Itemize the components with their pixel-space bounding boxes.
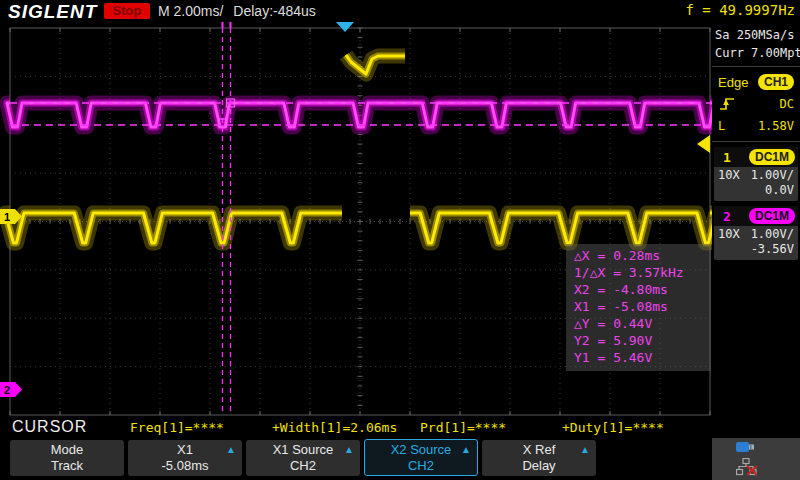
ch1-marker-label: 1 (4, 211, 10, 223)
cursor-readout-box: △X = 0.28ms 1/△X = 3.57kHz X2 = -4.80ms … (566, 244, 711, 371)
trigger-level-value: 1.58V (758, 119, 794, 133)
cursor-inv-dx: 1/△X = 3.57kHz (574, 264, 711, 281)
up-arrow-icon: ▲ (461, 444, 471, 455)
ch1-number: 1 (717, 150, 737, 165)
menu-x1-button[interactable]: X1 -5.08ms ▲ (128, 440, 242, 476)
timebase-readout: M 2.00ms/Delay:-484us (158, 3, 326, 19)
info-sidebar: Sa 250MSa/s Curr 7.00Mpts Edge CH1 DC L … (712, 22, 800, 438)
rising-edge-icon (718, 96, 736, 112)
measure-pduty: +Duty[1]=**** (562, 420, 664, 435)
menu-mode-button[interactable]: Mode Track (10, 440, 124, 476)
cursor-y2: Y2 = 5.90V (574, 332, 711, 349)
channel1-info-box[interactable]: 1 DC1M 10X 1.00V/ 0.0V (714, 147, 798, 201)
ch1-scale: 1.00V/ (751, 168, 794, 183)
measure-period: Prd[1]=**** (420, 420, 506, 435)
cursor-x2: X2 = -4.80ms (574, 281, 711, 298)
trigger-coupling: DC (780, 97, 794, 111)
ch2-marker-label: 2 (4, 384, 10, 396)
delay-value: Delay:-484us (233, 3, 316, 19)
trigger-level-label: L (718, 119, 725, 133)
trigger-mode: Edge (718, 75, 748, 90)
ch1-probe: 10X (718, 168, 740, 183)
up-arrow-icon: ▲ (344, 444, 354, 455)
usb-icon (736, 441, 756, 453)
cursor-x1: X1 = -5.08ms (574, 298, 711, 315)
cursor-dy: △Y = 0.44V (574, 315, 711, 332)
waveform-area: 12 △X = 0.28ms 1/△X = 3.57kHz X2 = -4.80… (0, 22, 712, 418)
up-arrow-icon: ▲ (226, 444, 236, 455)
ch2-scale: 1.00V/ (751, 227, 794, 242)
channel2-info-box[interactable]: 2 DC1M 10X 1.00V/ -3.56V (714, 206, 798, 260)
ch2-probe: 10X (718, 227, 740, 242)
measure-freq: Freq[1]=**** (130, 420, 224, 435)
sample-rate: Sa 250MSa/s (715, 26, 797, 44)
brand-logo: SIGLENT (8, 1, 97, 23)
cursor-y1: Y1 = 5.46V (574, 349, 711, 366)
ch2-coupling-badge: DC1M (749, 208, 795, 224)
menu-xref-button[interactable]: X Ref Delay ▲ (482, 440, 596, 476)
run-state-badge: Stop (104, 3, 150, 19)
status-bar: CURSOR Freq[1]=**** +Width[1]=2.06ms Prd… (0, 416, 712, 438)
frequency-counter: f = 49.9997Hz (685, 2, 795, 18)
cursor-dx: △X = 0.28ms (574, 247, 711, 264)
timebase-value: M 2.00ms/ (158, 3, 223, 19)
softkey-menu: Mode Track X1 -5.08ms ▲ X1 Source CH2 ▲ … (0, 438, 800, 480)
acquisition-info: Sa 250MSa/s Curr 7.00Mpts (712, 22, 800, 67)
oscilloscope-screen: SIGLENT Stop M 2.00ms/Delay:-484us f = 4… (0, 0, 800, 480)
network-disconnected-icon (736, 458, 758, 476)
ch2-number: 2 (717, 209, 737, 224)
connectivity-panel (712, 438, 800, 480)
measure-pwidth: +Width[1]=2.06ms (272, 420, 397, 435)
ch2-offset: -3.56V (718, 242, 794, 257)
trigger-position-marker[interactable] (336, 22, 354, 32)
menu-x1-source-button[interactable]: X1 Source CH2 ▲ (246, 440, 360, 476)
trigger-info[interactable]: Edge CH1 DC L 1.58V (712, 67, 800, 142)
top-bar: SIGLENT Stop M 2.00ms/Delay:-484us f = 4… (0, 0, 800, 22)
ch1-coupling-badge: DC1M (749, 149, 795, 165)
trigger-source-badge: CH1 (758, 74, 794, 90)
menu-x2-source-button[interactable]: X2 Source CH2 ▲ (364, 439, 478, 476)
active-function-label: CURSOR (12, 418, 87, 436)
trigger-level-marker[interactable] (697, 135, 710, 153)
up-arrow-icon: ▲ (580, 444, 590, 455)
ch1-offset: 0.0V (718, 183, 794, 198)
memory-depth: Curr 7.00Mpts (715, 44, 797, 62)
